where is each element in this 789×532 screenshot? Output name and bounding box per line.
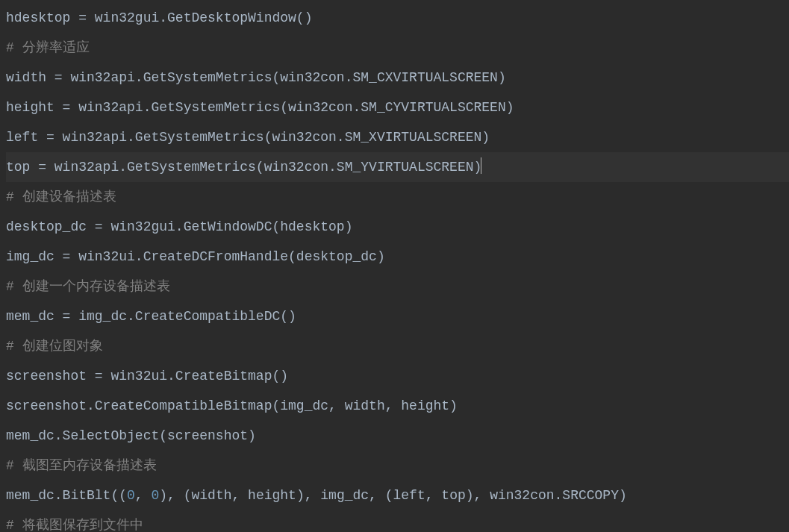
code-token-comment: # 截图至内存设备描述表	[6, 458, 157, 473]
code-line[interactable]: width = win32api.GetSystemMetrics(win32c…	[6, 63, 789, 93]
code-line[interactable]: # 截图至内存设备描述表	[6, 451, 789, 481]
code-line[interactable]: height = win32api.GetSystemMetrics(win32…	[6, 93, 789, 122]
code-token-number: 0	[127, 488, 135, 503]
code-token-default: mem_dc.SelectObject(screenshot)	[6, 428, 256, 443]
text-caret	[481, 157, 481, 174]
code-token-comment: # 创建位图对象	[6, 339, 103, 354]
code-line[interactable]: screenshot.CreateCompatibleBitmap(img_dc…	[6, 391, 789, 421]
code-line[interactable]: img_dc = win32ui.CreateDCFromHandle(desk…	[6, 242, 789, 272]
code-line[interactable]: # 分辨率适应	[6, 33, 789, 63]
code-line[interactable]: hdesktop = win32gui.GetDesktopWindow()	[6, 3, 789, 33]
code-token-comment: # 创建一个内存设备描述表	[6, 279, 170, 294]
code-token-default: ), (width, height), img_dc, (left, top),…	[159, 488, 627, 503]
code-token-comment: # 分辨率适应	[6, 40, 90, 55]
code-token-default: mem_dc.BitBlt((	[6, 488, 127, 503]
code-token-default: screenshot.CreateCompatibleBitmap(img_dc…	[6, 398, 458, 413]
code-line[interactable]: # 创建一个内存设备描述表	[6, 272, 789, 301]
code-token-default: desktop_dc = win32gui.GetWindowDC(hdeskt…	[6, 219, 352, 234]
code-line[interactable]: mem_dc = img_dc.CreateCompatibleDC()	[6, 301, 789, 331]
code-line[interactable]: mem_dc.BitBlt((0, 0), (width, height), i…	[6, 481, 789, 510]
code-token-number: 0	[151, 488, 159, 503]
code-line[interactable]: mem_dc.SelectObject(screenshot)	[6, 421, 789, 451]
code-token-default: height = win32api.GetSystemMetrics(win32…	[6, 100, 514, 115]
code-token-default: screenshot = win32ui.CreateBitmap()	[6, 369, 288, 384]
code-token-comment: # 创建设备描述表	[6, 190, 116, 204]
code-token-default: ,	[135, 488, 152, 503]
code-token-default: width = win32api.GetSystemMetrics(win32c…	[6, 70, 506, 85]
code-line[interactable]: # 将截图保存到文件中	[6, 510, 789, 532]
code-line[interactable]: screenshot = win32ui.CreateBitmap()	[6, 361, 789, 391]
code-token-default: mem_dc = img_dc.CreateCompatibleDC()	[6, 309, 296, 324]
code-token-comment: # 将截图保存到文件中	[6, 518, 143, 532]
code-token-default: top = win32api.GetSystemMetrics(win32con…	[6, 160, 481, 175]
code-line[interactable]: # 创建设备描述表	[6, 182, 789, 212]
code-token-default: hdesktop = win32gui.GetDesktopWindow()	[6, 10, 312, 25]
code-token-default: img_dc = win32ui.CreateDCFromHandle(desk…	[6, 249, 385, 264]
code-line[interactable]: left = win32api.GetSystemMetrics(win32co…	[6, 122, 789, 152]
code-line[interactable]: desktop_dc = win32gui.GetWindowDC(hdeskt…	[6, 212, 789, 242]
code-line[interactable]: # 创建位图对象	[6, 331, 789, 361]
code-line[interactable]: top = win32api.GetSystemMetrics(win32con…	[6, 152, 789, 182]
code-token-default: left = win32api.GetSystemMetrics(win32co…	[6, 130, 490, 145]
code-editor[interactable]: hdesktop = win32gui.GetDesktopWindow()# …	[0, 0, 789, 532]
